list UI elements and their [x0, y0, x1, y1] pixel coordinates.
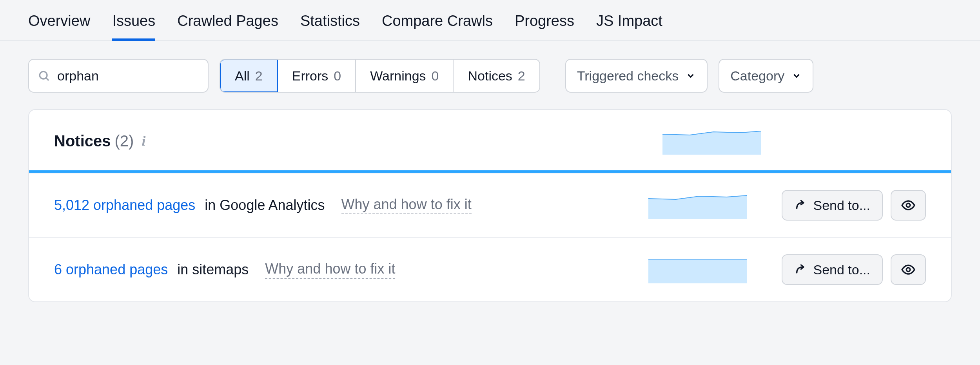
issue-link[interactable]: 6 orphaned pages [54, 261, 168, 278]
filter-label: Warnings [370, 68, 426, 84]
search-input[interactable] [57, 68, 224, 84]
notices-panel: Notices (2) i 5,012 orphaned pages in Go… [28, 109, 952, 302]
chevron-down-icon [791, 71, 802, 81]
share-arrow-icon [794, 199, 807, 212]
filter-label: Errors [292, 68, 328, 84]
tab-compare-crawls[interactable]: Compare Crawls [382, 13, 493, 40]
tab-statistics[interactable]: Statistics [300, 13, 360, 40]
row-sparkline [648, 192, 747, 219]
row-actions: Send to... [782, 254, 926, 285]
filter-count: 0 [334, 68, 341, 84]
tab-js-impact[interactable]: JS Impact [596, 13, 662, 40]
svg-point-5 [906, 268, 910, 272]
svg-line-1 [46, 78, 49, 80]
info-icon[interactable]: i [142, 133, 145, 149]
panel-sparkline [662, 127, 761, 155]
triggered-checks-dropdown[interactable]: Triggered checks [565, 59, 708, 93]
tab-crawled-pages[interactable]: Crawled Pages [177, 13, 278, 40]
filter-count: 0 [432, 68, 439, 84]
view-button[interactable] [891, 190, 926, 221]
svg-point-0 [40, 71, 47, 79]
eye-icon [901, 262, 916, 277]
send-to-button[interactable]: Send to... [782, 190, 883, 221]
filter-errors[interactable]: Errors 0 [278, 60, 356, 92]
button-label: Send to... [813, 262, 870, 277]
tab-overview[interactable]: Overview [28, 13, 90, 40]
button-label: Send to... [813, 198, 870, 213]
filter-warnings[interactable]: Warnings 0 [356, 60, 454, 92]
filter-bar: All 2 Errors 0 Warnings 0 Notices 2 Trig… [0, 41, 980, 109]
tab-issues[interactable]: Issues [112, 13, 155, 40]
category-dropdown[interactable]: Category [719, 59, 813, 93]
eye-icon [901, 198, 916, 213]
chevron-down-icon [686, 71, 696, 81]
issue-row: 5,012 orphaned pages in Google Analytics… [29, 173, 951, 237]
send-to-button[interactable]: Send to... [782, 254, 883, 285]
row-sparkline [648, 256, 747, 283]
row-actions: Send to... [782, 190, 926, 221]
filter-label: All [235, 68, 250, 84]
panel-title: Notices (2) i [54, 132, 145, 150]
view-button[interactable] [891, 254, 926, 285]
share-arrow-icon [794, 263, 807, 276]
filter-notices[interactable]: Notices 2 [454, 60, 539, 92]
tab-progress[interactable]: Progress [515, 13, 574, 40]
search-box[interactable] [28, 59, 209, 93]
dropdown-label: Triggered checks [577, 68, 679, 84]
issue-desc: in sitemaps [177, 261, 249, 278]
panel-title-text: Notices [54, 132, 111, 150]
filter-label: Notices [468, 68, 512, 84]
filter-count: 2 [255, 68, 263, 84]
tabs-bar: Overview Issues Crawled Pages Statistics… [0, 0, 980, 41]
panel-count: (2) [115, 132, 134, 150]
issue-desc: in Google Analytics [205, 197, 325, 214]
why-and-how-link[interactable]: Why and how to fix it [265, 261, 395, 279]
why-and-how-link[interactable]: Why and how to fix it [341, 196, 472, 214]
dropdown-label: Category [730, 68, 784, 84]
issue-type-filter: All 2 Errors 0 Warnings 0 Notices 2 [220, 59, 540, 93]
panel-header: Notices (2) i [29, 110, 951, 173]
filter-all[interactable]: All 2 [220, 59, 278, 93]
filter-count: 2 [518, 68, 525, 84]
search-icon [38, 69, 50, 82]
issue-row: 6 orphaned pages in sitemaps Why and how… [29, 237, 951, 301]
svg-point-4 [906, 203, 910, 207]
issue-link[interactable]: 5,012 orphaned pages [54, 197, 195, 214]
